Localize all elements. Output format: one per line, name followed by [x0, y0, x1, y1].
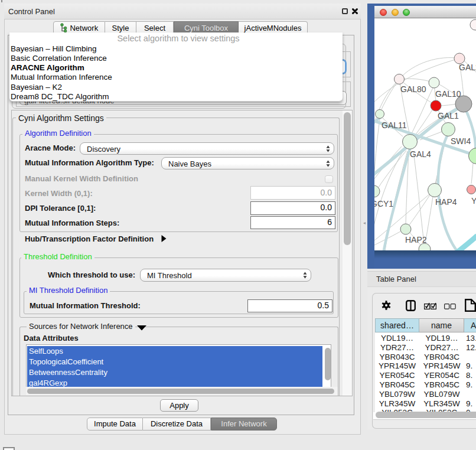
svg-text:GAL2: GAL2 — [459, 63, 476, 72]
svg-text:GAL10: GAL10 — [435, 89, 461, 99]
svg-text:HAP2: HAP2 — [405, 235, 427, 244]
svg-text:GAL80: GAL80 — [400, 84, 426, 94]
svg-text:SWI4: SWI4 — [451, 136, 471, 146]
svg-text:GAL4: GAL4 — [410, 149, 431, 159]
svg-text:YM: YM — [471, 196, 476, 206]
svg-text:HAP4: HAP4 — [435, 197, 457, 207]
svg-text:GCY1: GCY1 — [374, 199, 393, 208]
svg-text:GAL11: GAL11 — [382, 120, 407, 130]
svg-text:GAL1: GAL1 — [438, 111, 459, 120]
